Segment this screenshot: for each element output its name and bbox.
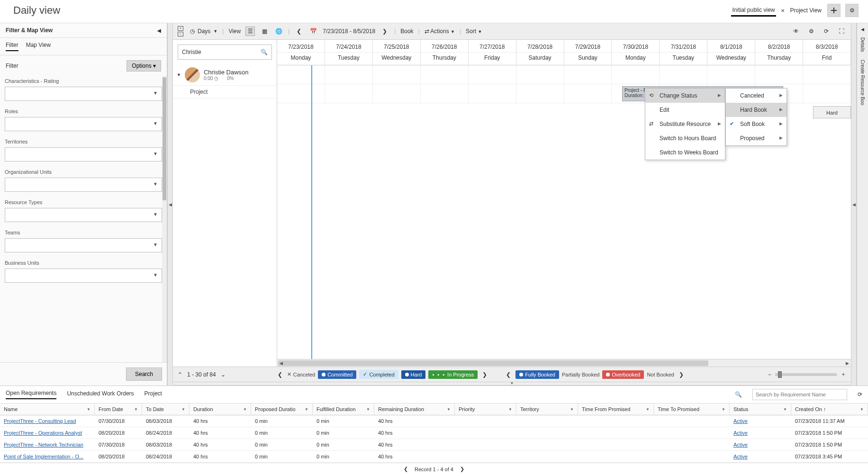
- ctx-status-canceled[interactable]: Canceled▶: [726, 89, 787, 103]
- rail-details[interactable]: Details: [860, 36, 865, 54]
- zoom-out-icon[interactable]: −: [768, 371, 771, 378]
- sched-cell[interactable]: [516, 84, 564, 103]
- sidebar-scrollbar[interactable]: [162, 76, 167, 362]
- status-link[interactable]: Active: [733, 430, 748, 436]
- sched-cell[interactable]: [469, 65, 516, 84]
- tab-filter[interactable]: Filter: [6, 42, 18, 51]
- bottom-refresh-icon[interactable]: ⟳: [858, 391, 862, 398]
- tab-open-requirements[interactable]: Open Requirements: [6, 390, 56, 399]
- date-header-5[interactable]: 7/28/2018: [516, 40, 564, 52]
- filter-select-4[interactable]: [5, 208, 162, 222]
- ctx-switch-hours[interactable]: Switch to Hours Board: [645, 131, 725, 145]
- tab-unscheduled-wo[interactable]: Unscheduled Work Orders: [67, 390, 134, 399]
- grid-view-icon[interactable]: ▦: [260, 27, 269, 36]
- fullscreen-icon[interactable]: ⛶: [837, 27, 846, 36]
- sched-cell[interactable]: [325, 84, 373, 103]
- legend-chip-canceled[interactable]: ✕Canceled: [287, 371, 315, 377]
- grid-prev-icon[interactable]: ❮: [404, 466, 408, 472]
- date-header-6[interactable]: 7/29/2018: [564, 40, 612, 52]
- actions-dropdown[interactable]: ⇄ Actions ▼: [425, 28, 455, 35]
- status-link[interactable]: Active: [733, 442, 748, 448]
- date-header-0[interactable]: 7/23/2018: [277, 40, 325, 52]
- filter-select-0[interactable]: [5, 87, 162, 101]
- resource-row[interactable]: ▼ Christie Dawson 0:00 ◷ 0%: [173, 64, 277, 86]
- legend-next-icon[interactable]: ❯: [482, 371, 487, 378]
- status-link[interactable]: Active: [733, 418, 748, 424]
- sched-cell[interactable]: [469, 84, 516, 103]
- legend-chip-committed[interactable]: Committed: [318, 370, 356, 379]
- calendar-icon[interactable]: 📅: [308, 27, 318, 36]
- requirement-row[interactable]: ProjectThree - Consulting Lead 07/30/201…: [0, 415, 868, 427]
- eye-icon[interactable]: 👁: [791, 27, 801, 36]
- next-range-icon[interactable]: ❯: [380, 27, 389, 36]
- page-down-icon[interactable]: ⌄: [221, 371, 226, 378]
- ctx-substitute-resource[interactable]: ⇄Substitute Resource▶: [645, 117, 725, 131]
- date-header-2[interactable]: 7/25/2018: [373, 40, 420, 52]
- date-range-label[interactable]: 7/23/2018 - 8/5/2018: [323, 28, 375, 35]
- date-header-7[interactable]: 7/30/2018: [612, 40, 659, 52]
- zoom-slider[interactable]: [775, 373, 837, 376]
- legend-chip-not-booked[interactable]: Not Booked: [647, 372, 674, 377]
- expand-resource-icon[interactable]: ▼: [177, 72, 181, 77]
- sched-cell[interactable]: [803, 84, 851, 103]
- grid-next-icon[interactable]: ❯: [460, 466, 464, 472]
- details-toggle-handle[interactable]: ◀: [851, 23, 857, 385]
- rail-create-booking[interactable]: Create Resource Boo: [860, 58, 865, 107]
- sched-cell[interactable]: [660, 65, 707, 84]
- legend-chip-completed[interactable]: ✓Completed: [359, 370, 398, 379]
- legend-chip-partially-booked[interactable]: Partially Booked: [562, 372, 600, 377]
- view-project[interactable]: Project View: [789, 5, 823, 16]
- resize-handle[interactable]: ▼: [173, 382, 851, 385]
- tab-project[interactable]: Project: [145, 390, 162, 399]
- globe-view-icon[interactable]: 🌐: [274, 27, 283, 36]
- legend-prev-icon[interactable]: ❮: [278, 371, 282, 378]
- sched-cell[interactable]: [564, 65, 612, 84]
- date-header-9[interactable]: 8/1/2018: [707, 40, 755, 52]
- filter-select-6[interactable]: [5, 269, 162, 283]
- date-header-3[interactable]: 7/26/2018: [421, 40, 468, 52]
- expand-rows-icon[interactable]: +: [178, 26, 183, 31]
- ctx-switch-weeks[interactable]: Switch to Weeks Board: [645, 145, 725, 160]
- time-scale-dropdown[interactable]: ◷ Days ▼: [190, 28, 217, 35]
- legend-chip-hard[interactable]: Hard: [401, 370, 426, 379]
- view-initial-public[interactable]: Initial public view: [731, 5, 776, 17]
- refresh-icon[interactable]: ⟳: [822, 27, 831, 36]
- requirement-link[interactable]: ProjectThree - Operations Analyst: [4, 430, 82, 436]
- add-view-button[interactable]: [827, 4, 841, 17]
- requirement-link[interactable]: ProjectThree - Consulting Lead: [4, 418, 76, 424]
- date-header-10[interactable]: 8/2/2018: [755, 40, 803, 52]
- bottom-search-icon[interactable]: 🔍: [735, 391, 742, 398]
- filter-select-3[interactable]: [5, 178, 162, 192]
- filter-select-1[interactable]: [5, 117, 162, 131]
- ctx-status-soft-book[interactable]: ✔Soft Book▶: [726, 117, 787, 131]
- sched-cell[interactable]: [707, 65, 755, 84]
- requirement-row[interactable]: ProjectThree - Network Technician 07/30/…: [0, 439, 868, 451]
- ctx-status-hard-book[interactable]: Hard Book▶: [726, 103, 787, 117]
- sched-cell[interactable]: [277, 65, 325, 84]
- settings-button[interactable]: ⚙: [845, 4, 859, 17]
- resource-project-row[interactable]: Project: [173, 86, 277, 99]
- filter-select-2[interactable]: [5, 147, 162, 161]
- sched-cell[interactable]: [325, 65, 373, 84]
- sched-cell[interactable]: [564, 84, 612, 103]
- resource-search-input[interactable]: Christie 🔍: [178, 45, 272, 60]
- filter-search-button[interactable]: Search: [126, 367, 162, 381]
- sort-dropdown[interactable]: Sort ▼: [466, 28, 482, 35]
- booking-hard-chip[interactable]: Hard: [813, 106, 851, 118]
- sidebar-toggle-handle[interactable]: ◀: [167, 23, 173, 385]
- ctx-change-status[interactable]: ⟲Change Status▶: [645, 89, 725, 103]
- date-header-1[interactable]: 7/24/2018: [325, 40, 372, 52]
- legend-chip-overbooked[interactable]: Overbooked: [602, 370, 644, 379]
- requirement-row[interactable]: ProjectThree - Operations Analyst 08/20/…: [0, 427, 868, 439]
- date-header-11[interactable]: 8/3/2018: [803, 40, 850, 52]
- requirement-link[interactable]: Point of Sale Implementation - O...: [4, 454, 83, 459]
- board-horizontal-scrollbar[interactable]: ◀▶: [277, 359, 851, 367]
- requirement-link[interactable]: ProjectThree - Network Technician: [4, 442, 83, 448]
- sched-cell[interactable]: [373, 65, 421, 84]
- board-settings-icon[interactable]: ⚙: [806, 27, 816, 36]
- legend-chip-fully-booked[interactable]: Fully Booked: [515, 370, 559, 379]
- status-link[interactable]: Active: [733, 454, 748, 459]
- requirement-row[interactable]: Point of Sale Implementation - O... 08/2…: [0, 451, 868, 463]
- legend-chip-in-progress[interactable]: • • •In Progress: [428, 370, 478, 379]
- date-header-4[interactable]: 7/27/2018: [469, 40, 516, 52]
